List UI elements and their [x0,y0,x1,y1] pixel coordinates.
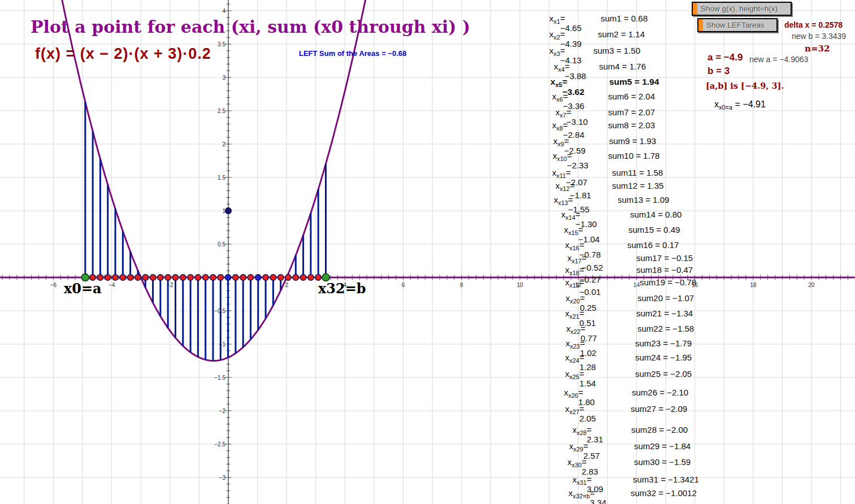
xi-value-text: xx18 = −0.27 [565,265,579,276]
sum-value-text: sum11 = 1.58 [612,168,663,177]
sum-value-text: sum27 = −2.09 [631,404,687,414]
sum-value-text: sum24 = −1.95 [635,353,692,362]
sample-dot [180,275,186,280]
sample-dot [97,275,103,280]
sample-dot [158,275,163,280]
sum-value-text: sum15 = 0.49 [628,225,680,234]
sum-value-text: sum21 = −1.34 [636,309,693,318]
new-a-readout: new a = −4.9063 [749,55,808,64]
show-leftareas-button[interactable]: Show LEFTareas [697,18,778,32]
function-formula: f(x) = (x − 2)·(x + 3)·0.2 [35,45,211,63]
y-axis-label: 3.5 [218,41,225,47]
y-axis-label: −3 [219,475,226,481]
y-axis-label: 0.5 [218,241,225,247]
sum-value-text: sum29 = −1.84 [634,441,691,451]
sample-dot [210,275,216,280]
xi-value-text: xx1 = −4.65 [549,14,560,25]
y-axis-label: −2.5 [214,441,225,447]
sample-dot [165,275,171,280]
xi-value-text: xx28 = 2.31 [572,425,587,436]
n-readout: n=32 [805,44,830,54]
sum-value-text: sum14 = 0.80 [630,210,682,219]
xi-value-text: xx21 = 0.51 [565,309,579,320]
xi-value-text: xx31 = 3.09 [572,475,587,486]
sum-value-text: sum26 = −2.10 [632,388,688,397]
sample-dot [172,275,178,280]
sum-value-text: sum25 = −2.05 [635,369,692,379]
button-orange-stripe [698,19,703,31]
sum-value-text: sum23 = −1.79 [635,338,692,348]
sample-dot [150,275,155,280]
a-readout: a = −4.9 [708,52,743,63]
xi-value-text: xx22 = 0.77 [566,324,580,335]
sample-dot [135,275,141,280]
sample-dot [233,275,238,280]
sample-dot [270,275,276,280]
sum-value-text: sum31 = −1.3421 [633,475,699,484]
sum-value-text: sum20 = −1.07 [637,293,694,303]
xi-value-text: xx16 = −0.78 [565,240,579,251]
sample-dot-blue [255,275,261,280]
xi-value-text: xx20 = 0.25 [566,293,580,305]
xi-value-text: xx4 = −3.88 [554,62,565,73]
b-readout: b = 3 [708,66,730,77]
sample-dot [218,275,223,280]
xi-value-text: xx11 = −2.07 [552,168,566,179]
xi-value-text: xx30 = 2.83 [567,457,581,468]
x-axis-label: 20 [808,282,815,288]
sample-dot [127,275,133,280]
sum-value-text: sum8 = 2.03 [608,120,655,130]
x-axis-label: −4 [108,282,115,288]
geogebra-worksheet: { "header": { "title": "Plot a point for… [0,0,855,504]
sample-dot [277,275,283,280]
sample-dot [195,275,201,280]
sum-value-text: sum12 = 1.35 [612,181,663,190]
xi-value-text: xx9 = −2.59 [553,136,564,147]
sum-value-text: sum1 = 0.68 [601,14,648,23]
xi-value-text: xx7 = −3.10 [555,107,566,119]
sum-value-text: sum22 = −1.58 [637,324,694,333]
y-axis-label: −2 [219,408,226,414]
show-g-button[interactable]: Show g(x), height=h(x) [692,2,792,16]
xi-value-text: xx5 = −3.62 [550,77,562,88]
sum-value-text: sum3 = 1.50 [593,46,640,55]
unit-point[interactable] [225,208,231,214]
delta-x-readout: delta x = 0.2578 [784,20,843,29]
show-g-button-label: Show g(x), height=h(x) [697,4,781,14]
x-axis-label: −6 [50,282,57,288]
sample-dot [263,275,268,280]
sample-dot [293,275,298,280]
sum-value-text: sum32 = −1.0012 [631,488,697,498]
xi-value-text: xx15 = −1.04 [564,225,578,236]
sum-value-text: sum19 = −0.78 [640,277,696,287]
y-axis-label: 1.5 [218,175,225,181]
sample-dot [105,275,111,280]
xi-value-text: xx3 = −4.13 [549,46,560,57]
xi-value-text: xx8 = −2.84 [552,120,563,132]
xi-value-text: xx14 = −1.30 [561,210,575,221]
sum-value-text: sum4 = 1.76 [599,62,646,71]
sample-dot [300,275,306,280]
sample-dot [308,275,314,280]
xi-value-text: xx23 = 1.02 [566,338,580,350]
y-axis-label: −1.5 [214,375,225,381]
xi-value-text: xx2 = −4.39 [549,29,560,41]
sample-dot [202,275,208,280]
x-axis-label: 10 [517,282,523,288]
y-axis-label: 3 [222,75,225,81]
sample-dot [285,275,291,280]
sum-value-text: sum6 = 2.04 [608,92,655,101]
y-axis-label: 2.5 [218,108,225,114]
sum-value-text: sum16 = 0.17 [627,240,679,250]
sum-value-text: sum2 = 1.14 [598,29,645,39]
sample-dot-blue [225,275,231,280]
endpoint-label-x32: x32=b [318,280,366,297]
y-axis-label: 4 [222,8,225,14]
sample-dot [248,275,253,280]
sum-value-text: sum5 = 1.94 [609,77,659,87]
xi-value-text: xx13 = −1.55 [554,195,568,206]
new-b-readout: new b = 3.3439 [792,32,846,41]
sum-value-text: sum28 = −2.00 [631,425,688,435]
sum-value-text: sum10 = 1.78 [608,151,659,160]
sum-value-text: sum13 = 1.09 [618,195,669,205]
